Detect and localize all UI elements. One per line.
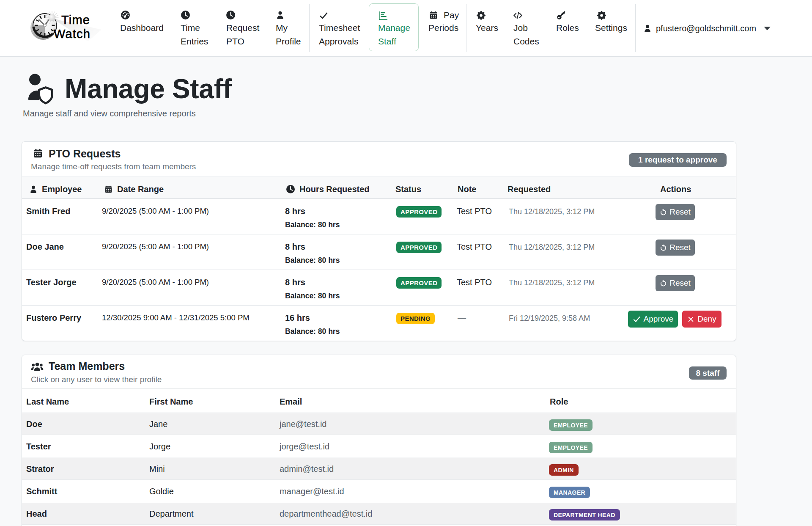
svg-text:Time: Time	[61, 13, 90, 27]
svg-text:Watch: Watch	[54, 27, 91, 41]
